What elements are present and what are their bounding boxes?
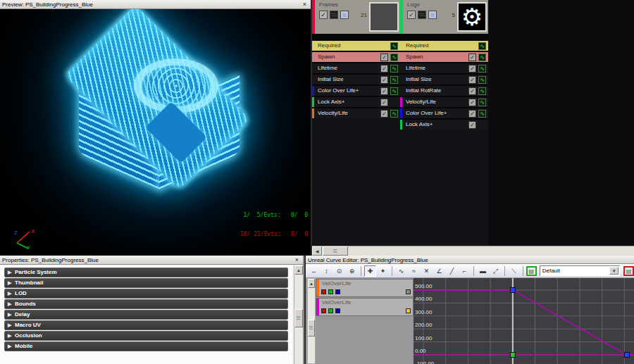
tangent-auto-button[interactable]: ∿ bbox=[395, 265, 407, 277]
module-enabled-checkbox[interactable]: ✓ bbox=[380, 110, 388, 118]
property-section-bounds[interactable]: ▶Bounds bbox=[4, 299, 288, 309]
module-enabled-checkbox[interactable]: ✓ bbox=[468, 76, 476, 84]
burst-mode-icon[interactable]: ∵∴ bbox=[418, 11, 426, 19]
module-curve-icon[interactable]: ∿ bbox=[478, 76, 486, 84]
tangent-break-button[interactable]: ∠ bbox=[433, 265, 445, 277]
module-enabled-checkbox[interactable]: ✓ bbox=[380, 76, 388, 84]
property-section-lod[interactable]: ▶LOD bbox=[4, 289, 288, 299]
module-curve-icon[interactable]: ∿ bbox=[478, 99, 486, 106]
fit-vertical-button[interactable]: ↕ bbox=[321, 265, 332, 277]
scroll-left-arrow-icon[interactable]: ◀ bbox=[312, 246, 322, 256]
module-curve-icon[interactable]: ∿ bbox=[478, 42, 486, 50]
module-curve-icon[interactable]: ∿ bbox=[390, 42, 398, 50]
curve-tab-dropdown[interactable]: Default ▼ bbox=[540, 265, 621, 276]
close-icon[interactable]: × bbox=[293, 256, 301, 264]
module-row[interactable]: Color Over Life+✓∿ bbox=[312, 86, 400, 96]
burst-mode-icon[interactable]: ∵∴ bbox=[330, 11, 338, 19]
scrollbar-thumb[interactable]: ☰ bbox=[308, 320, 315, 337]
curve-graph[interactable]: 500.00400.00300.00200.00100.000.00-100.0… bbox=[414, 278, 634, 364]
curve-editor-vertical-scrollbar[interactable]: ▲ ☰ bbox=[307, 278, 316, 364]
module-curve-icon[interactable]: ∿ bbox=[478, 87, 486, 95]
module-row[interactable]: Initial Size✓∿ bbox=[400, 75, 488, 84]
property-section-thumbnail[interactable]: ▶Thumbnail bbox=[4, 278, 288, 288]
solo-button[interactable]: S bbox=[428, 11, 437, 19]
zoom-mode-button[interactable]: ✦ bbox=[377, 265, 389, 277]
curve-track[interactable]: VelOverLife bbox=[316, 298, 414, 316]
flatten-tangents-button[interactable]: ▬ bbox=[477, 265, 489, 277]
module-row[interactable]: Initial RotRate✓∿ bbox=[400, 86, 488, 96]
module-enabled-checkbox[interactable]: ✓ bbox=[468, 65, 476, 73]
module-enabled-checkbox[interactable]: ✓ bbox=[380, 87, 388, 95]
curve-key-point[interactable] bbox=[510, 353, 515, 358]
curve-key-point[interactable] bbox=[510, 288, 515, 293]
module-curve-icon[interactable]: ∿ bbox=[478, 54, 486, 61]
preview-titlebar[interactable]: Preview: PS_BuildingProgress_Blue × bbox=[0, 0, 311, 9]
property-section-macro-uv[interactable]: ▶Macro UV bbox=[4, 320, 288, 330]
scroll-up-arrow-icon[interactable]: ▲ bbox=[294, 265, 303, 275]
module-enabled-checkbox[interactable]: ✓ bbox=[380, 99, 388, 106]
channel-swatch[interactable] bbox=[328, 289, 333, 294]
emitter-header[interactable]: Logo✓∵∴S5⚙ bbox=[400, 0, 488, 34]
tangent-auto-clamped-button[interactable]: ≈ bbox=[408, 265, 420, 277]
module-row[interactable]: Spawn✓∿ bbox=[400, 52, 488, 62]
properties-vertical-scrollbar[interactable]: ▲ ☰ bbox=[294, 265, 303, 364]
module-enabled-checkbox[interactable]: ✓ bbox=[468, 99, 476, 106]
module-enabled-checkbox[interactable]: ✓ bbox=[468, 110, 476, 118]
tangent-constant-button[interactable]: ⌐ bbox=[459, 265, 471, 277]
module-curve-icon[interactable]: ∿ bbox=[478, 110, 486, 118]
module-row[interactable]: Velocity/Life✓∿ bbox=[400, 97, 488, 107]
module-enabled-checkbox[interactable]: ✓ bbox=[468, 121, 476, 129]
module-curve-icon[interactable]: ∿ bbox=[390, 76, 398, 84]
module-curve-icon[interactable]: ∿ bbox=[390, 54, 398, 61]
scroll-up-arrow-icon[interactable]: ▲ bbox=[308, 279, 315, 288]
module-enabled-checkbox[interactable]: ✓ bbox=[380, 65, 388, 73]
channel-swatch[interactable] bbox=[335, 308, 340, 313]
channel-swatch[interactable] bbox=[328, 308, 333, 313]
emitter-enabled-checkbox[interactable]: ✓ bbox=[407, 11, 416, 19]
properties-titlebar[interactable]: Properties: PS_BuildingProgress_Blue × bbox=[0, 256, 303, 265]
create-tab-button[interactable]: ▤ bbox=[526, 266, 537, 276]
emitter-header[interactable]: Frames✓∵∴S21 bbox=[312, 0, 400, 34]
delete-tab-button[interactable]: ▤ bbox=[623, 266, 634, 276]
fit-selected-button[interactable]: ⊙ bbox=[333, 265, 345, 277]
show-all-tangents-button[interactable]: ⟍ bbox=[508, 265, 520, 277]
property-section-particle-system[interactable]: ▶Particle System bbox=[4, 268, 288, 277]
emitter-horizontal-scrollbar[interactable]: ◀ ☰ bbox=[312, 246, 634, 256]
module-row[interactable]: Color Over Life+✓∿ bbox=[400, 108, 488, 118]
property-section-occlusion[interactable]: ▶Occlusion bbox=[4, 331, 288, 341]
emitter-thumbnail[interactable] bbox=[369, 2, 399, 32]
solo-button[interactable]: S bbox=[340, 11, 349, 19]
pan-mode-button[interactable]: ✚ bbox=[364, 265, 376, 277]
property-section-mobile[interactable]: ▶Mobile bbox=[4, 341, 288, 351]
module-curve-icon[interactable]: ∿ bbox=[390, 65, 398, 73]
module-curve-icon[interactable]: ∿ bbox=[390, 110, 398, 118]
module-curve-icon[interactable]: ∿ bbox=[478, 65, 486, 73]
channel-swatch[interactable] bbox=[321, 308, 326, 313]
scrollbar-thumb[interactable]: ☰ bbox=[323, 246, 348, 256]
channel-swatch[interactable] bbox=[335, 289, 340, 294]
module-row[interactable]: Spawn✓∿ bbox=[312, 52, 400, 62]
curve-track[interactable]: VelOverLife bbox=[316, 279, 414, 297]
tangent-user-button[interactable]: ✕ bbox=[421, 265, 433, 277]
module-enabled-checkbox[interactable]: ✓ bbox=[468, 54, 476, 61]
emitter-enabled-checkbox[interactable]: ✓ bbox=[319, 11, 328, 19]
module-row[interactable]: Velocity/Life✓∿ bbox=[312, 108, 400, 118]
tangent-linear-button[interactable]: ╱ bbox=[446, 265, 458, 277]
straighten-tangents-button[interactable]: ⤢ bbox=[490, 265, 502, 277]
module-enabled-checkbox[interactable]: ✓ bbox=[468, 87, 476, 95]
channel-swatch[interactable] bbox=[321, 289, 326, 294]
chevron-down-icon[interactable]: ▼ bbox=[609, 267, 619, 275]
module-row[interactable]: Lock Axis+✓ bbox=[312, 97, 400, 107]
emitter-thumbnail[interactable]: ⚙ bbox=[457, 2, 487, 32]
module-row[interactable]: Required∿ bbox=[400, 41, 488, 51]
track-visibility-toggle[interactable] bbox=[406, 308, 411, 313]
module-row[interactable]: Initial Size✓∿ bbox=[312, 75, 400, 84]
curve-key-point[interactable] bbox=[624, 353, 629, 358]
fit-all-button[interactable]: ⊕ bbox=[346, 265, 358, 277]
preview-viewport[interactable]: X Y Z 1/ 5/Evts: 0/ 0 18/ 21/Evts: 0/ 0 bbox=[0, 9, 311, 256]
module-curve-icon[interactable]: ∿ bbox=[390, 87, 398, 95]
module-row[interactable]: Lifetime✓∿ bbox=[400, 63, 488, 73]
module-row[interactable]: Lock Axis+✓ bbox=[400, 120, 488, 130]
property-section-delay[interactable]: ▶Delay bbox=[4, 310, 288, 320]
fit-horizontal-button[interactable]: ↔ bbox=[308, 265, 320, 277]
